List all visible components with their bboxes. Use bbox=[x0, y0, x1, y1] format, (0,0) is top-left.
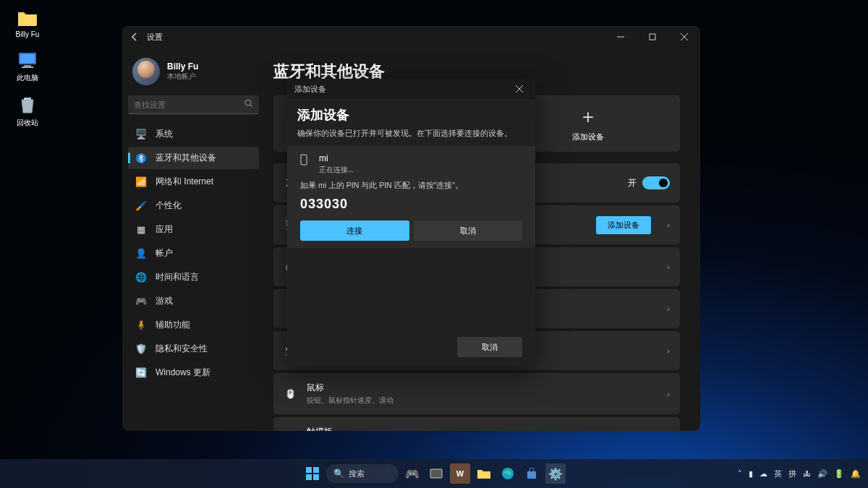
taskbar-explorer[interactable] bbox=[474, 463, 494, 484]
user-name: Billy Fu bbox=[167, 61, 198, 72]
search-icon: 🔍 bbox=[333, 468, 344, 479]
tray-onedrive-icon[interactable]: ☁ bbox=[760, 469, 767, 479]
svg-rect-2 bbox=[24, 65, 31, 67]
taskbar-app-taskview[interactable] bbox=[426, 463, 446, 484]
taskbar-settings[interactable]: ⚙️ bbox=[545, 463, 566, 484]
svg-rect-21 bbox=[527, 471, 536, 479]
svg-rect-19 bbox=[430, 469, 442, 478]
chevron-right-icon: › bbox=[667, 221, 670, 229]
window-title: 设置 bbox=[147, 32, 163, 43]
nav-item-8[interactable]: 🧍辅助功能 bbox=[128, 314, 259, 336]
dialog-cancel-button[interactable]: 取消 bbox=[457, 337, 522, 357]
settings-row-5[interactable]: ▭触摸板点击、手势、滚动、缩放› bbox=[273, 417, 680, 431]
search-input[interactable] bbox=[134, 100, 244, 109]
desktop-this-pc-label: 此电脑 bbox=[17, 73, 38, 83]
nav-item-0[interactable]: 🖥️系统 bbox=[128, 123, 259, 145]
bluetooth-toggle[interactable] bbox=[642, 176, 670, 189]
nav-item-6[interactable]: 🌐时间和语言 bbox=[128, 266, 259, 288]
desktop-recycle-bin-label: 回收站 bbox=[17, 118, 38, 128]
row-subtitle: 按钮、鼠标指针速度、滚动 bbox=[307, 395, 657, 406]
nav-icon: 🖥️ bbox=[135, 129, 147, 140]
add-device-button[interactable]: 添加设备 bbox=[596, 216, 651, 234]
connect-button[interactable]: 连接 bbox=[300, 221, 409, 241]
search-icon bbox=[244, 99, 253, 110]
nav-icon: 🛡️ bbox=[135, 343, 147, 355]
taskbar: 🔍 搜索 🎮 W ⚙️ ˄ ▮ ☁ 英 拼 🖧 🔊 🔋 🔔 bbox=[0, 459, 868, 488]
nav-item-7[interactable]: 🎮游戏 bbox=[128, 290, 259, 312]
nav-item-4[interactable]: ▦应用 bbox=[128, 218, 259, 241]
search-box[interactable] bbox=[128, 95, 259, 114]
avatar bbox=[132, 58, 160, 85]
nav-label: 辅助功能 bbox=[156, 319, 190, 331]
nav-label: 网络和 Internet bbox=[156, 176, 213, 188]
device-name: mi bbox=[319, 153, 354, 163]
dialog-description: 确保你的设备已打开并可被发现。在下面选择要连接的设备。 bbox=[297, 128, 525, 139]
nav-icon: 🌐 bbox=[135, 272, 147, 283]
nav-icon bbox=[135, 153, 147, 164]
device-entry[interactable]: mi 正在连接... 如果 mi 上的 PIN 与此 PIN 匹配，请按"连接"… bbox=[287, 146, 535, 248]
tray-power-icon[interactable]: 🔋 bbox=[834, 469, 844, 479]
taskbar-app-1[interactable]: 🎮 bbox=[402, 463, 422, 484]
back-button[interactable] bbox=[129, 32, 140, 42]
phone-icon bbox=[300, 153, 310, 175]
tray-notifications-icon[interactable]: 🔔 bbox=[851, 469, 861, 479]
chevron-right-icon: › bbox=[667, 390, 670, 398]
nav-item-1[interactable]: 蓝牙和其他设备 bbox=[128, 147, 259, 169]
desktop-recycle-bin[interactable]: 回收站 bbox=[6, 95, 49, 128]
nav-icon: 🔄 bbox=[135, 367, 147, 379]
desktop-folder[interactable]: Billy Fu bbox=[6, 7, 49, 38]
svg-rect-3 bbox=[22, 67, 33, 68]
row-title: 鼠标 bbox=[307, 382, 657, 394]
nav-label: 隐私和安全性 bbox=[156, 343, 208, 355]
taskbar-app-w[interactable]: W bbox=[450, 463, 470, 484]
close-button[interactable] bbox=[668, 26, 700, 48]
add-device-tile-label: 添加设备 bbox=[572, 132, 604, 142]
toggle-label: 开 bbox=[628, 177, 637, 189]
taskbar-search[interactable]: 🔍 搜索 bbox=[326, 464, 399, 483]
cancel-button[interactable]: 取消 bbox=[414, 221, 523, 241]
nav-item-3[interactable]: 🖌️个性化 bbox=[128, 194, 259, 217]
ime-lang-1[interactable]: 英 bbox=[774, 468, 782, 479]
taskbar-edge[interactable] bbox=[498, 463, 518, 484]
nav-icon: ▦ bbox=[135, 224, 147, 236]
plus-icon: + bbox=[582, 106, 594, 129]
nav-icon: 🎮 bbox=[135, 296, 147, 307]
nav-icon: 🖌️ bbox=[135, 200, 147, 212]
nav-item-2[interactable]: 📶网络和 Internet bbox=[128, 171, 259, 193]
ime-lang-2[interactable]: 拼 bbox=[788, 468, 796, 479]
nav-item-10[interactable]: 🔄Windows 更新 bbox=[128, 361, 259, 384]
tray-chevron-icon[interactable]: ˄ bbox=[738, 469, 742, 479]
nav-label: 个性化 bbox=[156, 200, 182, 212]
tray-volume-icon[interactable]: 🔊 bbox=[817, 469, 827, 479]
dialog-window-title: 添加设备 bbox=[294, 84, 326, 95]
nav-label: 应用 bbox=[156, 223, 173, 236]
tray-battery-icon[interactable]: ▮ bbox=[749, 469, 753, 479]
maximize-button[interactable] bbox=[637, 26, 668, 48]
start-button[interactable] bbox=[302, 463, 323, 484]
settings-row-4[interactable]: 🖱️鼠标按钮、鼠标指针速度、滚动› bbox=[273, 373, 680, 414]
nav-icon: 👤 bbox=[135, 248, 147, 260]
dialog-close-button[interactable] bbox=[511, 80, 528, 98]
dialog-titlebar: 添加设备 bbox=[287, 79, 535, 99]
dialog-title: 添加设备 bbox=[297, 106, 525, 124]
svg-rect-17 bbox=[306, 474, 312, 480]
sidebar: Billy Fu 本地帐户 🖥️系统蓝牙和其他设备📶网络和 Internet🖌️… bbox=[122, 48, 265, 431]
nav-label: 游戏 bbox=[156, 295, 173, 307]
nav-item-5[interactable]: 👤帐户 bbox=[128, 242, 259, 265]
pin-code: 033030 bbox=[300, 197, 522, 212]
row-title: 触摸板 bbox=[307, 426, 657, 431]
row-icon: 🖱️ bbox=[284, 389, 297, 399]
svg-rect-1 bbox=[20, 54, 35, 63]
svg-rect-18 bbox=[313, 474, 319, 480]
tray-network-icon[interactable]: 🖧 bbox=[803, 469, 811, 478]
nav-label: 帐户 bbox=[156, 247, 173, 260]
nav-icon: 📶 bbox=[135, 176, 147, 188]
nav-item-9[interactable]: 🛡️隐私和安全性 bbox=[128, 338, 259, 360]
minimize-button[interactable] bbox=[605, 26, 637, 48]
desktop-icons: Billy Fu 此电脑 回收站 bbox=[6, 7, 49, 140]
desktop-this-pc[interactable]: 此电脑 bbox=[6, 50, 49, 83]
user-account[interactable]: Billy Fu 本地帐户 bbox=[128, 55, 259, 88]
device-status: 正在连接... bbox=[319, 165, 354, 175]
pin-message: 如果 mi 上的 PIN 与此 PIN 匹配，请按"连接"。 bbox=[300, 181, 522, 191]
taskbar-store[interactable] bbox=[522, 463, 542, 484]
